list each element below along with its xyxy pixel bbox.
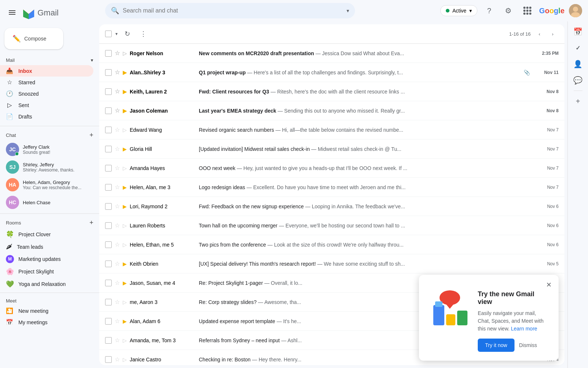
email-row[interactable]: ☆ ▷ Amanda Hayes OOO next week — Hey, ju… [99, 159, 564, 178]
email-row[interactable]: ☆ ▶ Keith, Lauren 2 Fwd: Client resource… [99, 82, 564, 101]
learn-more-link[interactable]: Learn more [511, 326, 537, 332]
select-all-checkbox[interactable] [105, 31, 112, 37]
email-row[interactable]: ☆ ▶ Lori, Raymond 2 Fwd: Feedback on the… [99, 197, 564, 216]
room-item-skylight[interactable]: 🌸 Project Skylight [0, 265, 99, 278]
sidebar-item-new-meeting[interactable]: 🎦 New meeting [0, 305, 93, 316]
popup-close-button[interactable]: ✕ [543, 279, 554, 290]
sidebar-item-snoozed[interactable]: 🕐 Snoozed [0, 88, 93, 99]
next-page-button[interactable]: › [547, 28, 559, 40]
settings-button[interactable]: ⚙ [501, 3, 516, 18]
email-checkbox[interactable] [105, 203, 112, 210]
chat-info-shirley: Shirley, Jeffery Shirley: Awesome, thank… [23, 162, 75, 173]
sidebar-item-my-meetings[interactable]: 📅 My meetings [0, 316, 93, 328]
select-dropdown-icon[interactable]: ▾ [115, 31, 118, 36]
right-calendar-button[interactable]: 📅 [571, 24, 585, 39]
compose-button[interactable]: ✏️ Compose [4, 28, 63, 49]
chat-name-helen-adam: Helen, Adam, Gregory [23, 180, 82, 185]
apps-button[interactable] [520, 3, 535, 18]
try-it-now-button[interactable]: Try it now [478, 339, 514, 352]
email-checkbox[interactable] [105, 184, 112, 191]
right-chat-button[interactable]: 💬 [571, 73, 585, 88]
email-row[interactable]: ☆ ▶ Helen, Alan, me 3 Logo redesign idea… [99, 178, 564, 197]
user-avatar[interactable] [569, 4, 582, 17]
star-icon[interactable]: ☆ [115, 241, 120, 248]
star-icon[interactable]: ☆ [115, 203, 120, 210]
email-checkbox[interactable] [105, 107, 112, 114]
chat-item-helen-chase[interactable]: HC Helen Chase [0, 194, 99, 211]
email-row[interactable]: ☆ ▶ Alan..Shirley 3 Q1 project wrap-up —… [99, 63, 564, 82]
email-checkbox[interactable] [105, 127, 112, 133]
chat-section-label: Chat [6, 132, 16, 138]
help-button[interactable]: ? [482, 3, 496, 18]
star-icon[interactable]: ☆ [115, 145, 120, 152]
chat-item-jeffery[interactable]: JC Jeffery Clark Sounds great! [0, 141, 99, 158]
more-options-button[interactable]: ⋮ [137, 27, 150, 40]
apps-grid-icon [522, 5, 533, 16]
email-row[interactable]: ☆ ▶ Gloria Hill [Updated invitation] Mid… [99, 139, 564, 159]
right-add-button[interactable]: + [571, 94, 585, 109]
star-icon[interactable]: ☆ [115, 50, 120, 57]
star-icon[interactable]: ☆ [115, 184, 120, 191]
status-chevron-icon: ▾ [469, 8, 472, 14]
email-checkbox[interactable] [105, 241, 112, 248]
new-meeting-icon: 🎦 [6, 307, 13, 314]
star-icon[interactable]: ☆ [115, 88, 120, 95]
right-tasks-button[interactable]: ✓ [571, 40, 585, 55]
email-row[interactable]: ☆ ▶ Jason Coleman Last year's EMEA strat… [99, 101, 564, 120]
email-row[interactable]: ☆ ▶ Keith Obrien [UX] Special delivery! … [99, 254, 564, 273]
status-button[interactable]: Active ▾ [440, 5, 477, 16]
chat-item-helen-adam[interactable]: HA Helen, Adam, Gregory You: Can we resc… [0, 176, 99, 194]
right-contacts-button[interactable]: 👤 [571, 57, 585, 71]
email-checkbox[interactable] [105, 337, 112, 344]
gmail-logo: Gmail [22, 6, 63, 19]
sidebar-item-inbox[interactable]: 📥 Inbox [0, 65, 93, 77]
add-icon: + [576, 97, 580, 106]
rooms-add-button[interactable]: + [89, 219, 93, 227]
email-checkbox[interactable] [105, 88, 112, 95]
room-item-clover[interactable]: 🍀 Project Clover [0, 228, 99, 241]
mail-section-header[interactable]: Mail ▾ [0, 55, 99, 65]
email-row[interactable]: ☆ ▷ Helen, Ethan, me 5 Two pics from the… [99, 235, 564, 254]
email-checkbox[interactable] [105, 280, 112, 286]
email-checkbox[interactable] [105, 69, 112, 76]
email-subject: [Updated invitation] Midwest retail sale… [199, 146, 310, 152]
star-icon[interactable]: ☆ [115, 260, 120, 267]
star-icon[interactable]: ☆ [115, 279, 120, 286]
search-dropdown-icon[interactable]: ▾ [347, 8, 349, 14]
search-input[interactable] [123, 7, 343, 14]
star-icon[interactable]: ☆ [115, 318, 120, 325]
room-item-teamleads[interactable]: 🌶 Team leads [0, 241, 99, 253]
email-row[interactable]: ☆ ▷ Roger Nelson New comments on MCR2020… [99, 44, 564, 63]
email-row[interactable]: ☆ ▷ Edward Wang Revised organic search n… [99, 120, 564, 139]
sidebar-item-sent[interactable]: ▷ Sent [0, 99, 93, 111]
sidebar-item-starred[interactable]: ☆ Starred [0, 77, 93, 88]
dismiss-button[interactable]: Dismiss [519, 342, 537, 348]
star-icon[interactable]: ☆ [115, 298, 120, 305]
prev-page-button[interactable]: ‹ [534, 28, 545, 40]
email-checkbox[interactable] [105, 146, 112, 152]
star-icon[interactable]: ☆ [115, 356, 120, 363]
chat-add-button[interactable]: + [89, 131, 93, 139]
room-item-marketing[interactable]: M Marketing updates [0, 253, 99, 265]
email-checkbox[interactable] [105, 299, 112, 305]
email-checkbox[interactable] [105, 318, 112, 325]
sidebar-item-drafts[interactable]: 📄 Drafts [0, 111, 93, 122]
email-checkbox[interactable] [105, 222, 112, 229]
star-icon[interactable]: ☆ [115, 222, 120, 229]
email-checkbox[interactable] [105, 261, 112, 267]
star-icon[interactable]: ☆ [115, 69, 120, 76]
search-bar[interactable]: 🔍 ▾ [105, 3, 355, 18]
star-icon[interactable]: ☆ [115, 107, 120, 114]
star-icon[interactable]: ☆ [115, 337, 120, 344]
email-row[interactable]: ☆ ▷ Lauren Roberts Town hall on the upco… [99, 216, 564, 235]
star-icon[interactable]: ☆ [115, 126, 120, 133]
email-checkbox[interactable] [105, 50, 112, 57]
inbox-label: Inbox [18, 68, 32, 74]
email-checkbox[interactable] [105, 356, 112, 363]
hamburger-icon[interactable] [6, 6, 18, 19]
room-item-yoga[interactable]: 💚 Yoga and Relaxation [0, 278, 99, 290]
star-icon[interactable]: ☆ [115, 164, 120, 171]
refresh-button[interactable]: ↻ [121, 27, 134, 40]
chat-item-shirley[interactable]: SJ Shirley, Jeffery Shirley: Awesome, th… [0, 158, 99, 176]
email-checkbox[interactable] [105, 165, 112, 171]
